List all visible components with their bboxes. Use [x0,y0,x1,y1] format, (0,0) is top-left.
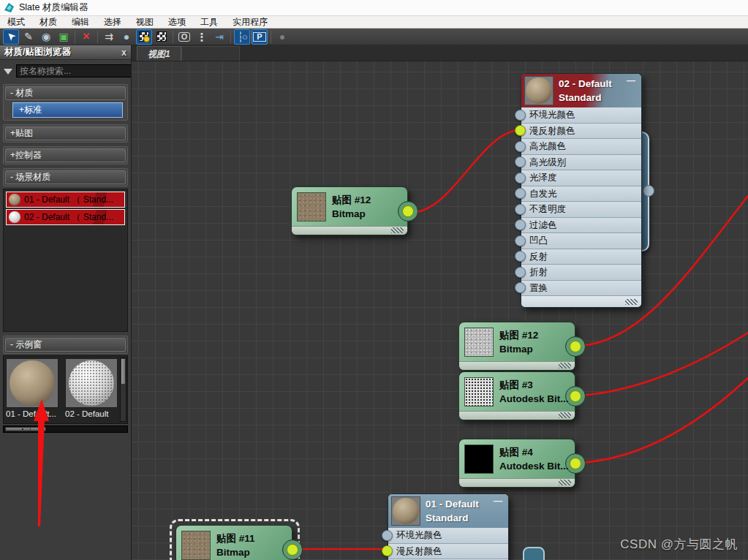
material-preview-thumb [524,76,554,105]
node-header[interactable]: 02 - Default Standard — [521,74,641,107]
resize-grip-icon[interactable] [559,480,571,485]
input-socket[interactable] [382,530,393,541]
window-title: Slate 材质编辑器 [19,1,88,14]
sample-slot[interactable]: 02 - Default [65,358,121,422]
scrollbar-thumb[interactable] [121,359,125,384]
input-socket[interactable] [515,188,526,199]
select-by-material-icon[interactable]: ● [274,29,290,45]
resize-grip-icon[interactable] [559,412,571,418]
material-map-browser-panel: 材质/贴图浏览器 x - 材质 +标准 +贴图 +控制器 - 场景材质 [0,45,132,560]
sample-slot[interactable]: 01 - Default... [6,358,61,422]
input-socket[interactable] [515,173,526,183]
rollout-sample-window[interactable]: - 示例窗 [5,338,126,352]
node-header[interactable]: 01 - Default Standard — [388,494,508,528]
param-label: 高光级别 [529,157,566,167]
map-node-3-autodesk-bitmap[interactable]: 贴图 #3 Autodesk Bit... [458,371,575,420]
param-label: 漫反射颜色 [529,126,575,136]
controllers-group: +控制器 [3,146,128,164]
menu-item[interactable]: 编辑 [64,15,97,29]
search-input[interactable] [16,64,132,77]
scene-material-item[interactable]: 01 - Default （ Stand... [6,192,125,208]
input-socket[interactable] [515,251,526,262]
show-map-in-viewport-icon[interactable] [136,29,152,45]
input-socket[interactable] [515,219,526,230]
menu-item[interactable]: 工具 [193,15,225,29]
select-tool-icon[interactable]: ➤ [3,29,19,45]
menu-bar: 模式材质编辑选择视图选项工具实用程序 [0,16,748,29]
lay-out-children-icon[interactable]: ⇉ [101,29,117,45]
rollout-maps[interactable]: +贴图 [5,126,126,140]
pick-eyedropper-icon[interactable]: ✎ [20,29,37,45]
browser-title-bar[interactable]: 材质/贴图浏览器 x [0,45,131,60]
node-subtitle: Bitmap [332,207,371,221]
show-background-icon[interactable] [154,29,170,45]
pick-material-from-object-icon[interactable]: ◉ [38,29,54,45]
chevron-down-icon[interactable] [4,69,12,79]
input-socket[interactable] [515,110,526,121]
browser-title: 材质/贴图浏览器 [4,46,71,58]
assign-material-to-selection-icon[interactable]: ▣ [56,29,72,45]
close-icon[interactable]: x [121,48,126,58]
tab-view1[interactable]: 视图1 [137,46,181,61]
node-subtitle: Standard [559,91,612,105]
resize-grip-icon[interactable] [391,227,404,233]
input-socket[interactable] [515,204,526,215]
material-type-standard[interactable]: +标准 [12,102,123,118]
map-preview-thumb [464,377,494,406]
param-label: 漫反射颜色 [396,546,442,556]
input-socket[interactable] [515,156,526,167]
rollout-materials[interactable]: - 材质 [5,86,126,100]
show-shaded-material-icon[interactable]: O [176,29,192,45]
menu-item[interactable]: 选项 [161,15,193,29]
collapse-button[interactable]: — [627,75,635,86]
rollout-controllers[interactable]: +控制器 [5,148,126,162]
input-socket[interactable] [515,125,526,136]
menu-item[interactable]: 实用程序 [225,15,275,29]
node-subtitle: Autodesk Bit... [499,392,569,406]
map-node-bitmap-11[interactable]: 贴图 #11 Bitmap [175,525,292,560]
menu-item[interactable]: 模式 [0,15,32,29]
menu-item[interactable]: 材质 [32,15,64,29]
menu-item[interactable]: 视图 [129,15,161,29]
param-row: 折射 [521,265,641,281]
editor-body: 材质/贴图浏览器 x - 材质 +标准 +贴图 +控制器 - 场景材质 [0,45,748,560]
input-socket[interactable] [515,267,526,278]
menu-item[interactable]: 选择 [97,15,129,29]
resize-grip-icon[interactable] [625,299,638,305]
scene-material-item[interactable]: 02 - Default （ Stand... [6,209,125,225]
lay-out-all-icon[interactable]: ┆○ [234,29,250,45]
map-node-bitmap-12b[interactable]: 贴图 #12 Bitmap [458,322,575,371]
resize-grip-icon[interactable] [559,363,571,368]
sample-label: 02 - Default [65,408,121,418]
param-label: 反射 [529,251,548,262]
hide-unused-nodeslots-icon[interactable]: ⋮ [194,29,210,45]
material-thumb [9,194,20,205]
map-node-bitmap-12[interactable]: 贴图 #12 Bitmap [291,186,408,235]
window-titlebar[interactable]: Slate 材质编辑器 [0,0,748,16]
materials-group: - 材质 +标准 [3,84,128,121]
param-label: 折射 [529,267,548,277]
param-row: 漫反射颜色 [388,544,508,560]
map-preview-thumb [297,192,326,222]
scene-materials-list: 01 - Default （ Stand... 02 - Default （ S… [3,189,128,332]
sample-vertical-scrollbar[interactable] [120,357,126,422]
input-socket[interactable] [515,141,526,152]
move-children-icon[interactable]: ⇥ [211,29,227,45]
map-node-4-autodesk-bitmap[interactable]: 贴图 #4 Autodesk Bit... [458,439,575,488]
delete-selected-icon[interactable]: × [78,29,94,45]
update-preview-icon[interactable]: ● [118,29,135,45]
parameter-editor-icon[interactable]: P [252,29,268,45]
material-node-02-default[interactable]: 02 - Default Standard — 环境光颜色漫反射颜色高光颜色高光… [521,73,642,308]
input-socket[interactable] [382,545,393,556]
node-footer [292,226,407,235]
collapse-button[interactable]: — [494,496,502,506]
sample-horizontal-scrollbar[interactable] [3,425,128,433]
material-node-01-default[interactable]: 01 - Default Standard — 环境光颜色漫反射颜色 [388,493,509,560]
rollout-scene-materials[interactable]: - 场景材质 [5,170,126,184]
toolbar: ➤✎◉▣×⇉●O⋮⇥┆○P● [0,29,748,45]
node-canvas[interactable]: 02 - Default Standard — 环境光颜色漫反射颜色高光颜色高光… [132,61,748,560]
input-socket[interactable] [515,282,526,293]
output-socket[interactable] [643,185,654,197]
scrollbar-thumb[interactable] [5,427,46,431]
input-socket[interactable] [515,235,526,246]
